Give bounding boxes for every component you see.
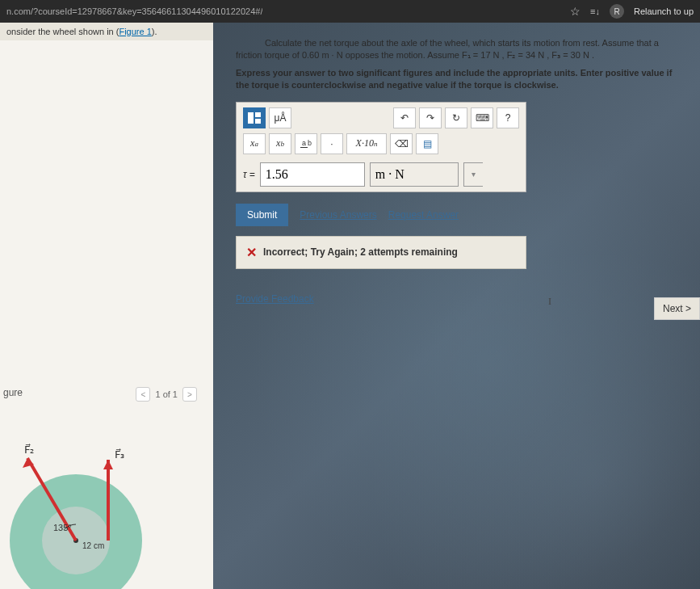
subscript-button[interactable]: xb xyxy=(269,133,291,154)
fig-prev-button[interactable]: < xyxy=(136,387,150,402)
math-toolbar: μÅ ↶ ↷ ↻ ⌨ ? xa xb ab · X·10n ⌫ ▤ xyxy=(236,102,526,192)
browser-actions: ☆ ≡↓ R Relaunch to up xyxy=(570,4,694,19)
error-icon: ✕ xyxy=(246,245,257,260)
relaunch-button[interactable]: Relaunch to up xyxy=(634,6,694,16)
problem-paragraph-1: Calculate the net torque about the axle … xyxy=(236,37,684,62)
unit-input[interactable]: m · N xyxy=(370,162,459,187)
fraction-button[interactable]: ab xyxy=(295,133,317,154)
angle-label: 135° xyxy=(53,523,72,532)
f3-label: F⃗₃ xyxy=(115,448,124,461)
left-panel: onsider the wheel shown in (Figure 1). g… xyxy=(0,23,213,589)
bookmark-icon[interactable]: ☆ xyxy=(570,5,581,18)
svg-rect-8 xyxy=(255,112,261,117)
units-button[interactable]: μÅ xyxy=(269,107,291,128)
previous-answers-link[interactable]: Previous Answers xyxy=(300,209,376,221)
intro-pre: onsider the wheel shown in ( xyxy=(6,27,119,36)
superscript-button[interactable]: xa xyxy=(243,133,266,154)
fig-next-button[interactable]: > xyxy=(182,387,197,402)
reset-button[interactable]: ↻ xyxy=(445,107,467,128)
value-input[interactable] xyxy=(260,162,365,187)
url-text: n.com/?courseId=12978667&key=35646611304… xyxy=(6,6,262,16)
next-button[interactable]: Next > xyxy=(654,297,700,320)
answer-box: μÅ ↶ ↷ ↻ ⌨ ? xa xb ab · X·10n ⌫ ▤ xyxy=(236,102,526,269)
intro-post: ). xyxy=(152,27,157,36)
help-button[interactable]: ? xyxy=(497,107,519,128)
keypad-button[interactable]: ▤ xyxy=(416,133,438,154)
svg-rect-9 xyxy=(255,119,261,124)
redo-button[interactable]: ↷ xyxy=(419,107,442,128)
problem-paragraph-2: Express your answer to two significant f… xyxy=(236,67,684,92)
submit-row: Submit Previous Answers Request Answer xyxy=(236,204,526,226)
input-row: τ = m · N ▾ xyxy=(243,162,519,187)
feedback-text: Incorrect; Try Again; 2 attempts remaini… xyxy=(263,246,458,258)
tau-label: τ = xyxy=(243,169,255,180)
templates-button[interactable] xyxy=(243,107,266,128)
browser-bar: n.com/?courseId=12978667&key=35646611304… xyxy=(0,0,700,23)
feedback-box: ✕ Incorrect; Try Again; 2 attempts remai… xyxy=(236,236,526,269)
dot-button[interactable]: · xyxy=(321,133,343,154)
unit-dropdown[interactable]: ▾ xyxy=(463,162,483,187)
fig-counter: 1 of 1 xyxy=(155,389,178,399)
f2-label: F⃗₂ xyxy=(24,444,34,456)
problem-intro: onsider the wheel shown in (Figure 1). xyxy=(0,23,213,40)
profile-icon[interactable]: R xyxy=(610,4,624,19)
svg-marker-6 xyxy=(103,460,113,469)
right-panel: Calculate the net torque about the axle … xyxy=(213,23,700,589)
text-cursor-icon: I xyxy=(548,296,551,308)
keyboard-button[interactable]: ⌨ xyxy=(471,107,493,128)
submit-button[interactable]: Submit xyxy=(236,204,288,226)
radius-label: 12 cm xyxy=(82,541,104,550)
figure-link[interactable]: Figure 1 xyxy=(119,27,151,36)
figure-nav: < 1 of 1 > xyxy=(136,387,197,402)
main-content: onsider the wheel shown in (Figure 1). g… xyxy=(0,23,700,589)
provide-feedback-link[interactable]: Provide Feedback xyxy=(236,293,314,305)
request-answer-link[interactable]: Request Answer xyxy=(388,209,459,221)
reader-icon[interactable]: ≡↓ xyxy=(590,6,600,16)
wheel-figure: 135° 12 cm F⃗₂ F⃗₃ xyxy=(0,427,173,589)
figure-pane: gure < 1 of 1 > 135° 12 cm F⃗₂ F⃗₃ xyxy=(0,379,213,589)
undo-button[interactable]: ↶ xyxy=(393,107,416,128)
backspace-button[interactable]: ⌫ xyxy=(390,133,413,154)
svg-rect-7 xyxy=(248,112,254,124)
scientific-button[interactable]: X·10n xyxy=(346,133,387,154)
figure-title: gure xyxy=(3,387,23,398)
